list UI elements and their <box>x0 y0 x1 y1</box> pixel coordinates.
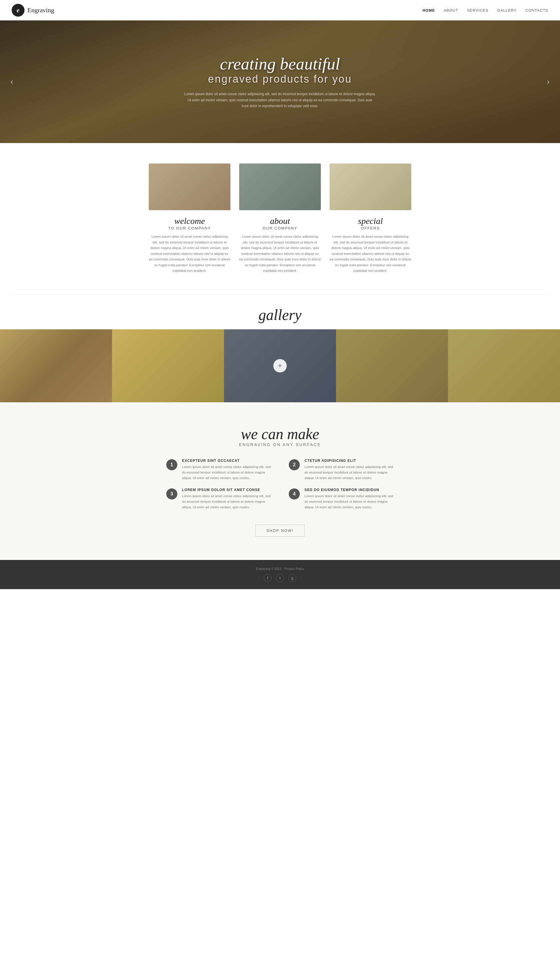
feature-item-title-2: LOREM IPSUM DOLOR SIT AMET CONSE <box>182 488 271 492</box>
feature-number-3: 4 <box>289 488 300 500</box>
feature-item-text-0: Lorem ipsum dolor sit amet conse ctetur … <box>182 464 271 481</box>
gallery-strip: + <box>0 329 560 402</box>
nav-item-about[interactable]: ABOUT <box>443 8 458 13</box>
social-icons: ftg <box>7 574 553 582</box>
gallery-item-1[interactable] <box>112 329 224 402</box>
feature-number-0: 1 <box>166 459 177 470</box>
feature-title-upper-0: TO OUR COMPANY <box>149 226 230 231</box>
logo-icon: e <box>12 4 25 17</box>
feature-item-title-0: EXCEPTEUR SINT OCCAECAT <box>182 459 271 463</box>
feature-card-1: about OUR COMPANY Lorem ipsum dolor sit … <box>239 164 321 274</box>
logo-text: Engraving <box>27 7 54 14</box>
feature-item-text-3: Lorem ipsum dolor sit amet conse ctetur … <box>305 493 394 510</box>
feature-title-script-1: about <box>239 216 321 226</box>
can-make-item-3: 4 SED DO EIUSMOD TEMPOR INCIDIDUN Lorem … <box>289 488 394 510</box>
gallery-item-2[interactable]: + <box>224 329 336 402</box>
footer-copyright: Engraving © 2013 · Privacy Policy <box>7 567 553 570</box>
feature-image-2 <box>330 164 411 210</box>
logo[interactable]: e Engraving <box>12 4 54 17</box>
hero-content: creating beautiful engraved products for… <box>178 55 382 109</box>
hero-next-button[interactable]: › <box>542 74 554 89</box>
gallery-item-3[interactable] <box>336 329 448 402</box>
feature-image-0 <box>149 164 230 210</box>
can-make-item-2: 3 LOREM IPSUM DOLOR SIT AMET CONSE Lorem… <box>166 488 271 510</box>
features-grid: welcome TO OUR COMPANY Lorem ipsum dolor… <box>149 164 411 274</box>
hero-section: ‹ creating beautiful engraved products f… <box>0 20 560 143</box>
can-make-section: we can make ENGRAVING ON ANY SURFACE 1 E… <box>0 402 560 560</box>
can-make-item-1: 2 CTETUR ADIPISICING ELIT Lorem ipsum do… <box>289 459 394 481</box>
nav-item-contacts[interactable]: CONTACTS <box>525 8 548 13</box>
hero-description: Lorem ipsum dolor sit amet conse ctetur … <box>184 91 376 109</box>
feature-item-text-2: Lorem ipsum dolor sit amet conse ctetur … <box>182 493 271 510</box>
can-make-title-script: we can make <box>12 426 548 442</box>
google-plus-icon[interactable]: g <box>288 574 296 582</box>
header: e Engraving HOMEABOUTSERVICESGALLERYCONT… <box>0 0 560 20</box>
gallery-item-0[interactable] <box>0 329 112 402</box>
feature-card-0: welcome TO OUR COMPANY Lorem ipsum dolor… <box>149 164 230 274</box>
shop-now-button[interactable]: SHOP NOW! <box>255 525 305 536</box>
can-make-subtitle: ENGRAVING ON ANY SURFACE <box>12 442 548 447</box>
feature-image-1 <box>239 164 321 210</box>
feature-text-2: Lorem ipsum dolor sit amet conse ctetur … <box>330 234 411 274</box>
nav-item-gallery[interactable]: GALLERY <box>497 8 517 13</box>
feature-item-title-1: CTETUR ADIPISICING ELIT <box>305 459 394 463</box>
feature-title-script-2: special <box>330 216 411 226</box>
feature-title-upper-1: OUR COMPANY <box>239 226 321 231</box>
hero-title-script: creating beautiful <box>184 55 376 73</box>
footer: Engraving © 2013 · Privacy Policy ftg <box>0 560 560 589</box>
gallery-section: gallery + <box>0 294 560 402</box>
hero-title-regular: engraved products for you <box>184 73 376 85</box>
feature-card-2: special OFFERS Lorem ipsum dolor sit ame… <box>330 164 411 274</box>
feature-number-2: 3 <box>166 488 177 500</box>
facebook-icon[interactable]: f <box>264 574 272 582</box>
feature-text-0: Lorem ipsum dolor sit amet conse ctetur … <box>149 234 230 274</box>
can-make-item-0: 1 EXCEPTEUR SINT OCCAECAT Lorem ipsum do… <box>166 459 271 481</box>
nav-item-home[interactable]: HOME <box>422 8 435 13</box>
twitter-icon[interactable]: t <box>276 574 284 582</box>
feature-text-1: Lorem ipsum dolor sit amet conse ctetur … <box>239 234 321 274</box>
nav-item-services[interactable]: SERVICES <box>467 8 488 13</box>
feature-number-1: 2 <box>289 459 300 470</box>
gallery-plus-icon[interactable]: + <box>273 359 287 373</box>
feature-title-upper-2: OFFERS <box>330 226 411 231</box>
feature-title-script-0: welcome <box>149 216 230 226</box>
hero-prev-button[interactable]: ‹ <box>6 74 18 89</box>
gallery-title: gallery <box>0 306 560 323</box>
can-make-list: 1 EXCEPTEUR SINT OCCAECAT Lorem ipsum do… <box>166 459 394 510</box>
main-nav: HOMEABOUTSERVICESGALLERYCONTACTS <box>422 8 548 13</box>
features-section: welcome TO OUR COMPANY Lorem ipsum dolor… <box>0 143 560 294</box>
feature-item-text-1: Lorem ipsum dolor sit amet conse ctetur … <box>305 464 394 481</box>
gallery-item-4[interactable] <box>448 329 560 402</box>
feature-item-title-3: SED DO EIUSMOD TEMPOR INCIDIDUN <box>305 488 394 492</box>
